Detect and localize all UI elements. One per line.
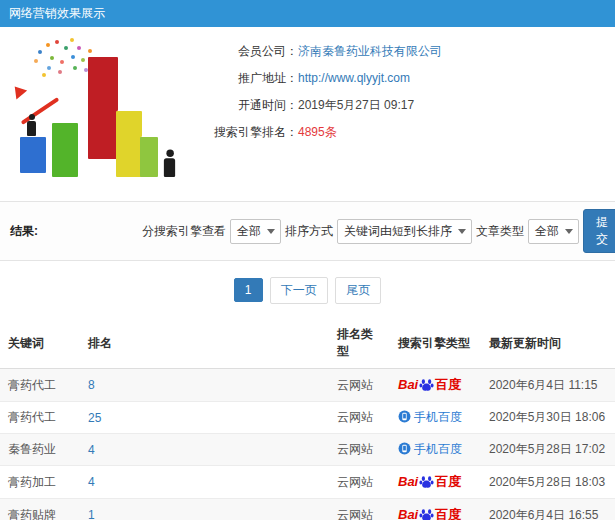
baidu-paw-icon xyxy=(419,377,434,392)
rank-type-cell: 云网站 xyxy=(329,499,390,520)
engine-rank-count-label: 搜索引擎排名： xyxy=(180,124,298,141)
chart-bar-lime xyxy=(140,137,158,177)
keyword-cell: 膏药贴牌 xyxy=(0,499,80,520)
baidu-logo-text: Bai xyxy=(398,507,418,520)
article-type-select[interactable]: 全部 xyxy=(528,219,579,244)
chart-bar-green xyxy=(52,123,78,177)
promo-url-row: 推广地址： http://www.qlyyjt.com xyxy=(180,70,603,87)
col-header-engine-type: 搜索引擎类型 xyxy=(390,318,481,369)
person-head xyxy=(166,150,174,158)
baidu-paw-icon xyxy=(419,474,434,489)
growth-arrow-head-icon xyxy=(5,77,27,100)
baidu-logo-cn-text: 百度 xyxy=(435,507,461,520)
person-head xyxy=(29,114,35,120)
chevron-down-icon xyxy=(565,229,573,238)
baidu-logo-text: Bai xyxy=(398,474,418,489)
chart-bar-yellow xyxy=(116,111,142,177)
page-title: 网络营销效果展示 xyxy=(9,6,105,20)
chart-bar-blue xyxy=(20,137,46,173)
window-titlebar: 网络营销效果展示 xyxy=(0,0,615,27)
mobile-baidu-icon xyxy=(398,442,411,455)
chart-bar-red xyxy=(88,57,118,159)
chevron-down-icon xyxy=(267,229,275,238)
keyword-rank-table: 关键词 排名 排名类型 搜索引擎类型 最新更新时间 膏药代工 8 云网站 Bai… xyxy=(0,318,615,520)
col-header-rank: 排名 xyxy=(80,318,329,369)
mobile-baidu-icon xyxy=(398,410,411,423)
search-engine-cell: Bai百度 xyxy=(398,508,461,520)
member-company-label: 会员公司： xyxy=(180,43,298,60)
rank-link[interactable]: 1 xyxy=(88,508,95,520)
pagination: 1 下一页 尾页 xyxy=(0,261,615,318)
member-company-row: 会员公司： 济南秦鲁药业科技有限公司 xyxy=(180,43,603,60)
person-torso xyxy=(27,121,36,136)
promo-url-label: 推广地址： xyxy=(180,70,298,87)
info-section: 会员公司： 济南秦鲁药业科技有限公司 推广地址： http://www.qlyy… xyxy=(0,27,615,201)
search-engine-cell: 手机百度 xyxy=(398,442,462,456)
update-time-cell: 2020年5月28日 17:02 xyxy=(481,434,615,466)
open-time-row: 开通时间： 2019年5月27日 09:17 xyxy=(180,97,603,114)
person-torso xyxy=(164,158,175,177)
sort-order-label: 排序方式 xyxy=(285,223,333,240)
keyword-cell: 膏药代工 xyxy=(0,402,80,434)
baidu-logo-cn-text: 百度 xyxy=(435,377,461,392)
rank-type-cell: 云网站 xyxy=(329,402,390,434)
table-row: 膏药加工 4 云网站 Bai百度 2020年5月28日 18:03 xyxy=(0,466,615,499)
engine-filter-label: 分搜索引擎查看 xyxy=(142,223,226,240)
person-figure-right xyxy=(164,150,175,178)
table-header-row: 关键词 排名 排名类型 搜索引擎类型 最新更新时间 xyxy=(0,318,615,369)
member-company-link[interactable]: 济南秦鲁药业科技有限公司 xyxy=(298,43,442,60)
submit-button[interactable]: 提交 xyxy=(583,209,615,253)
search-engine-select[interactable]: 全部 xyxy=(230,219,281,244)
bar-chart-illustration xyxy=(12,37,180,189)
chevron-down-icon xyxy=(458,229,466,238)
search-engine-cell: Bai百度 xyxy=(398,475,461,489)
page-1-button[interactable]: 1 xyxy=(234,278,263,302)
rank-link[interactable]: 4 xyxy=(88,475,95,489)
col-header-rank-type: 排名类型 xyxy=(329,318,390,369)
update-time-cell: 2020年6月4日 16:55 xyxy=(481,499,615,520)
table-row: 膏药代工 25 云网站 手机百度 2020年5月30日 18:06 xyxy=(0,402,615,434)
rank-link[interactable]: 25 xyxy=(88,411,101,425)
rank-type-cell: 云网站 xyxy=(329,466,390,499)
engine-rank-count-row: 搜索引擎排名： 4895条 xyxy=(180,124,603,141)
result-label: 结果: xyxy=(10,223,142,240)
table-row: 膏药代工 8 云网站 Bai百度 2020年6月4日 11:15 xyxy=(0,369,615,402)
keyword-cell: 膏药代工 xyxy=(0,369,80,402)
baidu-logo-text: Bai xyxy=(398,377,418,392)
mobile-baidu-label: 手机百度 xyxy=(414,410,462,424)
col-header-keyword: 关键词 xyxy=(0,318,80,369)
search-engine-cell: Bai百度 xyxy=(398,378,461,392)
baidu-logo-cn-text: 百度 xyxy=(435,474,461,489)
rank-link[interactable]: 4 xyxy=(88,443,95,457)
rank-link[interactable]: 8 xyxy=(88,378,95,392)
filter-controls: 分搜索引擎查看 全部 排序方式 关键词由短到长排序 文章类型 全部 提交 xyxy=(142,209,615,253)
company-info-fields: 会员公司： 济南秦鲁药业科技有限公司 推广地址： http://www.qlyy… xyxy=(180,37,603,189)
update-time-cell: 2020年6月4日 11:15 xyxy=(481,369,615,402)
confetti-dots-icon xyxy=(46,43,50,47)
table-row: 秦鲁药业 4 云网站 手机百度 2020年5月28日 17:02 xyxy=(0,434,615,466)
filter-bar: 结果: 分搜索引擎查看 全部 排序方式 关键词由短到长排序 文章类型 全部 提交 xyxy=(0,201,615,261)
open-time-value: 2019年5月27日 09:17 xyxy=(298,97,414,114)
table-row: 膏药贴牌 1 云网站 Bai百度 2020年6月4日 16:55 xyxy=(0,499,615,520)
mobile-baidu-label: 手机百度 xyxy=(414,442,462,456)
engine-rank-count-value: 4895条 xyxy=(298,124,337,141)
person-figure-left xyxy=(27,114,36,136)
search-engine-select-value: 全部 xyxy=(237,223,261,240)
rank-type-cell: 云网站 xyxy=(329,434,390,466)
search-engine-cell: 手机百度 xyxy=(398,410,462,424)
sort-order-select-value: 关键词由短到长排序 xyxy=(344,223,452,240)
article-type-select-value: 全部 xyxy=(535,223,559,240)
article-type-label: 文章类型 xyxy=(476,223,524,240)
open-time-label: 开通时间： xyxy=(180,97,298,114)
keyword-cell: 秦鲁药业 xyxy=(0,434,80,466)
baidu-paw-icon xyxy=(419,507,434,520)
promo-url-link[interactable]: http://www.qlyyjt.com xyxy=(298,70,410,87)
update-time-cell: 2020年5月28日 18:03 xyxy=(481,466,615,499)
keyword-cell: 膏药加工 xyxy=(0,466,80,499)
next-page-button[interactable]: 下一页 xyxy=(270,277,328,304)
last-page-button[interactable]: 尾页 xyxy=(335,277,381,304)
update-time-cell: 2020年5月30日 18:06 xyxy=(481,402,615,434)
sort-order-select[interactable]: 关键词由短到长排序 xyxy=(337,219,472,244)
col-header-update-time: 最新更新时间 xyxy=(481,318,615,369)
rank-type-cell: 云网站 xyxy=(329,369,390,402)
